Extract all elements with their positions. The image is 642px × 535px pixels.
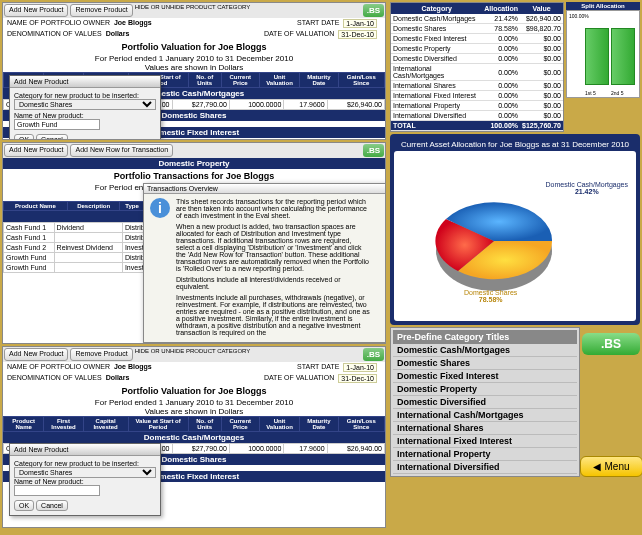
valdate-label: DATE OF VALUATION: [264, 30, 334, 39]
col-header: Capital Invested: [83, 417, 128, 432]
category-item[interactable]: International Fixed Interest: [393, 435, 577, 448]
valuation-title: Portfolio Valuation for Joe Bloggs: [3, 40, 385, 54]
col-header: Maturity Date: [300, 73, 338, 88]
transactions-panel: Add New ProductAdd New Row for Transacti…: [2, 142, 386, 344]
dialog-name-input[interactable]: [14, 485, 100, 496]
info-p1: This sheet records transactions for the …: [176, 198, 371, 219]
category-item[interactable]: International Property: [393, 448, 577, 461]
bs-icon: .BS: [363, 4, 384, 17]
split-bar-chart: 100.00% 1st 5 2nd 5: [566, 10, 640, 98]
split-header: Split Allocation: [566, 2, 640, 10]
valuation-period: For Period ended 1 January 2010 to 31 De…: [3, 54, 385, 63]
col-header: No. of Units: [188, 417, 221, 432]
category-list-header: Pre-Define Category Titles: [393, 330, 577, 344]
valdate-value: 31-Dec-10: [338, 30, 377, 39]
dialog-cancel-button[interactable]: Cancel: [36, 500, 68, 511]
info-dialog: Transactions Overview i This sheet recor…: [143, 183, 386, 343]
hide-category-label: HIDE OR UNHIDE PRODUCT CATEGORY: [135, 348, 251, 361]
col-header: Current Price: [221, 73, 259, 88]
category-item[interactable]: Domestic Diversified: [393, 396, 577, 409]
pie-title: Current Asset Allocation for Joe Bloggs …: [394, 138, 636, 151]
alloc-row: International Property0.00%$0.00: [391, 101, 563, 111]
arrow-left-icon: ◀: [593, 461, 601, 472]
category-item[interactable]: International Shares: [393, 422, 577, 435]
bs-icon: .BS: [363, 144, 384, 157]
info-p3: Distributions include all interest/divid…: [176, 276, 371, 290]
col-header: Gain/Loss Since: [338, 73, 384, 88]
hide-category-label: HIDE OR UNHIDE PRODUCT CATEGORY: [135, 4, 251, 17]
dialog-title: Add New Product: [10, 76, 160, 88]
remove-product-button[interactable]: Remove Product: [70, 348, 132, 361]
dialog-cat-select[interactable]: Domestic Shares: [14, 99, 156, 110]
pie-label-1: Domestic Cash/Mortgages: [546, 181, 628, 188]
denom-label: DENOMINATION OF VALUES: [7, 30, 102, 39]
pie-value-1: 21.42%: [575, 188, 599, 195]
col-header: Unit Valuation: [259, 417, 300, 432]
dialog-cancel-button[interactable]: Cancel: [36, 134, 68, 140]
dialog-cat-label: Category for new product to be inserted:: [14, 92, 156, 99]
toolbar: Add New Product Remove Product HIDE OR U…: [3, 3, 385, 18]
dialog-ok-button[interactable]: OK: [14, 134, 34, 140]
pie-chart: Domestic Cash/Mortgages21.42% Domestic S…: [394, 151, 636, 321]
alloc-row: Domestic Cash/Mortgages21.42%$26,940.00: [391, 14, 563, 24]
col-header: Product Name: [4, 202, 68, 211]
category-item[interactable]: International Cash/Mortgages: [393, 409, 577, 422]
col-header: Gain/Loss Since: [338, 417, 384, 432]
alloc-row: International Shares0.00%$0.00: [391, 81, 563, 91]
add-product-dialog-2: Add New Product Category for new product…: [9, 443, 161, 516]
category-item[interactable]: Domestic Shares: [393, 357, 577, 370]
category-item[interactable]: Domestic Cash/Mortgages: [393, 344, 577, 357]
category-list: Pre-Define Category Titles Domestic Cash…: [390, 327, 580, 477]
category-item[interactable]: International Diversified: [393, 461, 577, 474]
alloc-row: Domestic Diversified0.00%$0.00: [391, 54, 563, 64]
alloc-row: International Cash/Mortgages0.00%$0.00: [391, 64, 563, 81]
pie-label-2: Domestic Shares: [464, 289, 517, 296]
add-new-product-button[interactable]: Add New Product: [4, 4, 68, 17]
valuation-panel: Add New Product Remove Product HIDE OR U…: [2, 2, 386, 140]
allocation-table: CategoryAllocationValueDomestic Cash/Mor…: [390, 2, 564, 132]
col-header: Product Name: [4, 417, 44, 432]
col-header: Value at Start of Period: [128, 417, 188, 432]
alloc-row: Domestic Fixed Interest0.00%$0.00: [391, 34, 563, 44]
bs-logo: .BS: [582, 333, 640, 355]
alloc-row: International Diversified0.00%$0.00: [391, 111, 563, 121]
dialog-name-input[interactable]: [14, 119, 100, 130]
trans-title: Portfolio Transactions for Joe Bloggs: [3, 169, 385, 183]
pie-value-2: 78.58%: [479, 296, 503, 303]
start-label: START DATE: [297, 19, 339, 28]
bs-icon: .BS: [363, 348, 384, 361]
category-item[interactable]: Domestic Property: [393, 383, 577, 396]
menu-button[interactable]: ◀Menu: [580, 456, 643, 477]
valuation-shown: Values are shown in Dollars: [3, 63, 385, 72]
dialog-ok-button[interactable]: OK: [14, 500, 34, 511]
denom-value: Dollars: [106, 30, 130, 39]
owner-name: Joe Bloggs: [114, 19, 152, 28]
alloc-row: Domestic Shares78.58%$98,820.70: [391, 24, 563, 34]
col-header: Description: [67, 202, 120, 211]
add-product-dialog: Add New Product Category for new product…: [9, 75, 161, 140]
col-header: Maturity Date: [300, 417, 338, 432]
info-title: Transactions Overview: [144, 184, 386, 194]
alloc-row: International Fixed Interest0.00%$0.00: [391, 91, 563, 101]
owner-label: NAME OF PORTFOLIO OWNER: [7, 19, 110, 28]
dialog-name-label: Name of New product:: [14, 112, 156, 119]
start-date: 1-Jan-10: [343, 19, 377, 28]
col-header: First Invested: [44, 417, 83, 432]
valuation-panel-2: Add New ProductRemove ProductHIDE OR UNH…: [2, 346, 386, 528]
col-header: Type: [120, 202, 144, 211]
add-row-button[interactable]: Add New Row for Transaction: [70, 144, 173, 157]
remove-product-button[interactable]: Remove Product: [70, 4, 132, 17]
col-header: Current Price: [221, 417, 259, 432]
info-p2: When a new product is added, two transac…: [176, 223, 371, 272]
alloc-row: Domestic Property0.00%$0.00: [391, 44, 563, 54]
pie-panel: Current Asset Allocation for Joe Bloggs …: [390, 134, 640, 325]
add-new-product-button[interactable]: Add New Product: [4, 144, 68, 157]
info-icon: i: [150, 198, 170, 218]
dialog-cat-select[interactable]: Domestic Shares: [14, 467, 156, 478]
add-new-product-button[interactable]: Add New Product: [4, 348, 68, 361]
col-header: Unit Valuation: [259, 73, 300, 88]
category-item[interactable]: Domestic Fixed Interest: [393, 370, 577, 383]
info-p4: Investments include all purchases, withd…: [176, 294, 371, 336]
col-header: No. of Units: [188, 73, 221, 88]
cat-header-property: Domestic Property: [3, 158, 385, 169]
